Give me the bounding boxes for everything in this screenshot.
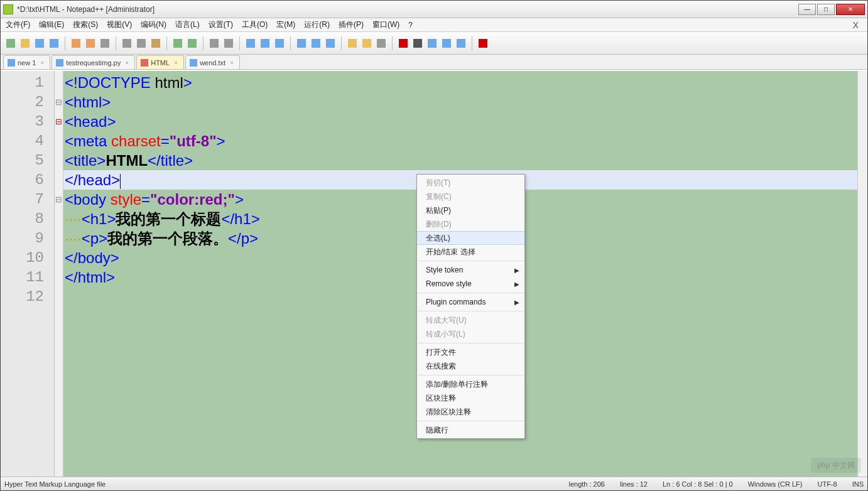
context-menu-item[interactable]: 全选(L) (417, 231, 524, 245)
eye-button[interactable] (375, 37, 388, 50)
save-macro-button[interactable] (455, 37, 467, 50)
fold-marker[interactable]: ⊟ (55, 92, 63, 112)
menu-item-label: 打开文件 (426, 347, 456, 358)
code-line[interactable]: <html> (63, 92, 867, 112)
menu-help[interactable]: ? (408, 21, 413, 30)
menu-run[interactable]: 运行(R) (304, 19, 330, 30)
replace-button[interactable] (222, 37, 235, 50)
tab-wend-txt[interactable]: wend.txt× (185, 55, 240, 69)
close-all-button[interactable] (84, 37, 97, 50)
undo-button[interactable] (171, 37, 184, 50)
menu-search[interactable]: 搜索(S) (73, 19, 98, 30)
context-menu-item[interactable]: 隐藏行 (417, 423, 524, 437)
close-button[interactable] (70, 37, 82, 50)
context-menu-item[interactable]: 添加/删除单行注释 (417, 377, 524, 391)
tab-close-icon[interactable]: × (172, 59, 180, 67)
context-menu-item[interactable]: Remove style▶ (417, 277, 524, 291)
tab-testrequestimg-py[interactable]: testrequestimg.py× (52, 55, 135, 69)
new-file-button[interactable] (4, 37, 17, 50)
toolbar (1, 32, 867, 55)
code-line[interactable]: <title>HTML</title> (63, 151, 867, 170)
menu-item-label: 隐藏行 (426, 425, 448, 436)
menu-separator (418, 293, 524, 293)
menu-settings[interactable]: 设置(T) (209, 19, 233, 30)
spellcheck-button[interactable] (477, 37, 489, 50)
context-menu-item: 转成小写(L) (417, 327, 524, 341)
code-line[interactable]: <!DOCTYPE html> (63, 73, 867, 92)
open-file-button[interactable] (19, 37, 31, 50)
fold-marker (55, 170, 63, 190)
fold-column[interactable]: ⊟⊟⊟ (55, 71, 63, 477)
maximize-button[interactable]: □ (817, 4, 835, 15)
menu-view[interactable]: 视图(V) (107, 19, 132, 30)
cut-button[interactable] (121, 37, 133, 50)
menu-macro[interactable]: 宏(M) (276, 19, 295, 30)
lang-button[interactable] (346, 37, 359, 50)
indent-guide-button[interactable] (324, 37, 337, 50)
menu-separator (418, 375, 524, 375)
record-button[interactable] (397, 37, 410, 50)
word-wrap-button[interactable] (295, 37, 308, 50)
close-doc-button[interactable]: X (853, 20, 862, 30)
context-menu-item[interactable]: 在线搜索 (417, 359, 524, 373)
menu-tools[interactable]: 工具(O) (242, 19, 268, 30)
status-lang: Hyper Text Markup Language file (4, 480, 106, 488)
print-icon (100, 39, 109, 48)
play-last-button[interactable] (426, 37, 438, 50)
context-menu-item: 剪切(T) (417, 176, 524, 190)
context-menu-item[interactable]: 区块注释 (417, 391, 524, 405)
menu-plugins[interactable]: 插件(P) (339, 19, 364, 30)
folder-icon (362, 39, 371, 48)
find-button[interactable] (208, 37, 220, 50)
sync-button[interactable] (273, 37, 286, 50)
minimize-button[interactable]: — (798, 4, 816, 15)
cut-icon (122, 39, 131, 48)
context-menu-item[interactable]: 开始/结束 选择 (417, 245, 524, 259)
context-menu-item[interactable]: Plugin commands▶ (417, 295, 524, 309)
context-menu-item[interactable]: 打开文件 (417, 345, 524, 359)
play-multi-button[interactable] (440, 37, 453, 50)
code-line[interactable]: <meta charset="utf-8"> (63, 131, 867, 151)
menu-lang[interactable]: 语言(L) (175, 19, 200, 30)
menu-file[interactable]: 文件(F) (6, 19, 30, 30)
menu-encode[interactable]: 编码(N) (141, 19, 166, 30)
fold-marker[interactable]: ⊟ (55, 112, 63, 131)
context-menu-item[interactable]: 粘贴(P) (417, 203, 524, 217)
save-all-button[interactable] (48, 37, 60, 50)
save-all-icon (50, 39, 58, 48)
tab-HTML[interactable]: HTML× (136, 55, 184, 69)
zoom-out-button[interactable] (259, 37, 271, 50)
menu-item-label: 添加/删除单行注释 (426, 379, 488, 390)
close-button[interactable]: ✕ (836, 4, 865, 15)
folder-button[interactable] (361, 37, 373, 50)
save-button[interactable] (33, 37, 46, 50)
redo-button[interactable] (186, 37, 198, 50)
menu-window[interactable]: 窗口(W) (372, 19, 399, 30)
code-line[interactable]: <head> (63, 112, 867, 131)
fold-marker (55, 209, 63, 229)
vertical-scrollbar[interactable] (857, 71, 867, 477)
tab-new-1[interactable]: new 1× (3, 55, 50, 69)
print-button[interactable] (99, 37, 111, 50)
stop-button[interactable] (411, 37, 424, 50)
fold-marker[interactable]: ⊟ (55, 190, 63, 209)
tab-close-icon[interactable]: × (228, 59, 236, 67)
menu-edit[interactable]: 编辑(E) (39, 19, 64, 30)
status-pos: Ln : 6 Col : 8 Sel : 0 | 0 (663, 480, 733, 488)
context-menu-item[interactable]: 清除区块注释 (417, 405, 524, 419)
tab-close-icon[interactable]: × (38, 59, 46, 67)
tab-close-icon[interactable]: × (123, 59, 131, 67)
paste-button[interactable] (149, 37, 162, 50)
menu-item-label: Style token (426, 266, 463, 274)
redo-icon (188, 39, 197, 48)
zoom-in-button[interactable] (244, 37, 257, 50)
titlebar[interactable]: *D:\txt\HTML - Notepad++ [Administrator]… (1, 1, 867, 18)
line-number: 4 (1, 131, 54, 151)
all-chars-button[interactable] (310, 37, 322, 50)
copy-button[interactable] (135, 37, 148, 50)
context-menu-item[interactable]: Style token▶ (417, 263, 524, 277)
menu-item-label: 全选(L) (426, 233, 450, 244)
status-ins: INS (852, 480, 864, 488)
find-icon (210, 39, 219, 48)
file-icon (8, 59, 15, 67)
